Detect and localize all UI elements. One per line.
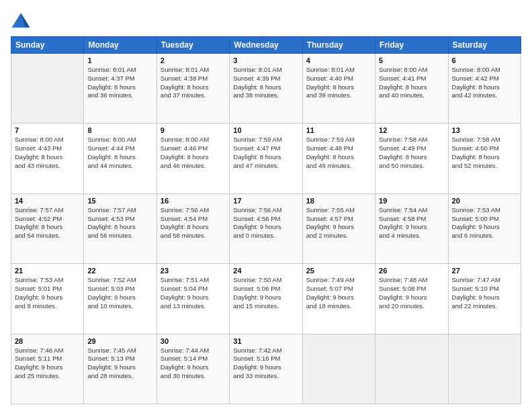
day-cell: 16Sunrise: 7:56 AMSunset: 4:54 PMDayligh… xyxy=(157,193,229,263)
day-cell: 6Sunrise: 8:00 AMSunset: 4:42 PMDaylight… xyxy=(448,54,521,124)
day-cell: 3Sunrise: 8:01 AMSunset: 4:39 PMDaylight… xyxy=(230,54,302,124)
day-info: Sunrise: 8:01 AMSunset: 4:39 PMDaylight:… xyxy=(233,66,298,100)
day-info: Sunrise: 7:56 AMSunset: 4:56 PMDaylight:… xyxy=(233,206,298,240)
day-number: 29 xyxy=(87,337,152,345)
day-number: 6 xyxy=(452,56,517,64)
day-cell: 4Sunrise: 8:01 AMSunset: 4:40 PMDaylight… xyxy=(302,54,375,124)
day-cell: 12Sunrise: 7:58 AMSunset: 4:49 PMDayligh… xyxy=(375,124,448,193)
day-number: 5 xyxy=(379,56,444,64)
day-number: 7 xyxy=(15,126,80,134)
header xyxy=(11,11,521,31)
day-info: Sunrise: 7:45 AMSunset: 5:13 PMDaylight:… xyxy=(87,347,152,381)
day-cell: 20Sunrise: 7:53 AMSunset: 5:00 PMDayligh… xyxy=(448,193,521,263)
day-number: 19 xyxy=(379,197,444,205)
day-info: Sunrise: 7:46 AMSunset: 5:11 PMDaylight:… xyxy=(15,347,80,381)
day-info: Sunrise: 8:00 AMSunset: 4:41 PMDaylight:… xyxy=(379,66,444,100)
day-cell: 28Sunrise: 7:46 AMSunset: 5:11 PMDayligh… xyxy=(11,334,84,404)
week-row-3: 14Sunrise: 7:57 AMSunset: 4:52 PMDayligh… xyxy=(11,193,521,263)
day-cell: 8Sunrise: 8:00 AMSunset: 4:44 PMDaylight… xyxy=(84,124,157,193)
day-header-sunday: Sunday xyxy=(11,37,84,54)
day-cell: 31Sunrise: 7:42 AMSunset: 5:16 PMDayligh… xyxy=(230,334,302,404)
day-cell: 7Sunrise: 8:00 AMSunset: 4:43 PMDaylight… xyxy=(11,124,84,193)
day-info: Sunrise: 7:48 AMSunset: 5:08 PMDaylight:… xyxy=(379,276,444,310)
day-number: 23 xyxy=(161,267,226,275)
day-cell: 24Sunrise: 7:50 AMSunset: 5:06 PMDayligh… xyxy=(230,264,302,334)
day-info: Sunrise: 7:44 AMSunset: 5:14 PMDaylight:… xyxy=(161,347,226,381)
day-number: 20 xyxy=(452,197,517,205)
logo-icon xyxy=(11,11,31,31)
day-info: Sunrise: 7:50 AMSunset: 5:06 PMDaylight:… xyxy=(233,276,298,310)
day-number: 2 xyxy=(161,56,226,64)
day-info: Sunrise: 8:00 AMSunset: 4:42 PMDaylight:… xyxy=(452,66,517,100)
week-row-1: 1Sunrise: 8:01 AMSunset: 4:37 PMDaylight… xyxy=(11,54,521,124)
day-number: 27 xyxy=(452,267,517,275)
day-info: Sunrise: 7:54 AMSunset: 4:58 PMDaylight:… xyxy=(379,206,444,240)
day-info: Sunrise: 7:57 AMSunset: 4:53 PMDaylight:… xyxy=(87,206,152,240)
day-info: Sunrise: 8:01 AMSunset: 4:38 PMDaylight:… xyxy=(161,66,226,100)
day-number: 21 xyxy=(15,267,80,275)
day-number: 4 xyxy=(306,56,371,64)
week-row-4: 21Sunrise: 7:53 AMSunset: 5:01 PMDayligh… xyxy=(11,264,521,334)
day-info: Sunrise: 7:58 AMSunset: 4:49 PMDaylight:… xyxy=(379,136,444,170)
day-header-thursday: Thursday xyxy=(302,37,375,54)
day-cell: 14Sunrise: 7:57 AMSunset: 4:52 PMDayligh… xyxy=(11,193,84,263)
day-cell: 25Sunrise: 7:49 AMSunset: 5:07 PMDayligh… xyxy=(302,264,375,334)
day-info: Sunrise: 8:00 AMSunset: 4:43 PMDaylight:… xyxy=(15,136,80,170)
day-number: 31 xyxy=(233,337,298,345)
day-cell: 10Sunrise: 7:59 AMSunset: 4:47 PMDayligh… xyxy=(230,124,302,193)
day-info: Sunrise: 7:59 AMSunset: 4:48 PMDaylight:… xyxy=(306,136,371,170)
day-number: 26 xyxy=(379,267,444,275)
day-number: 18 xyxy=(306,197,371,205)
day-number: 17 xyxy=(233,197,298,205)
day-info: Sunrise: 7:59 AMSunset: 4:47 PMDaylight:… xyxy=(233,136,298,170)
day-number: 3 xyxy=(233,56,298,64)
day-info: Sunrise: 7:56 AMSunset: 4:54 PMDaylight:… xyxy=(161,206,226,240)
day-cell: 15Sunrise: 7:57 AMSunset: 4:53 PMDayligh… xyxy=(84,193,157,263)
day-info: Sunrise: 7:49 AMSunset: 5:07 PMDaylight:… xyxy=(306,276,371,310)
day-number: 10 xyxy=(233,126,298,134)
day-number: 12 xyxy=(379,126,444,134)
day-number: 1 xyxy=(87,56,152,64)
day-cell: 19Sunrise: 7:54 AMSunset: 4:58 PMDayligh… xyxy=(375,193,448,263)
day-info: Sunrise: 8:00 AMSunset: 4:44 PMDaylight:… xyxy=(87,136,152,170)
day-number: 16 xyxy=(161,197,226,205)
day-cell: 30Sunrise: 7:44 AMSunset: 5:14 PMDayligh… xyxy=(157,334,229,404)
day-cell xyxy=(375,334,448,404)
day-header-monday: Monday xyxy=(84,37,157,54)
day-cell: 13Sunrise: 7:58 AMSunset: 4:50 PMDayligh… xyxy=(448,124,521,193)
day-header-saturday: Saturday xyxy=(448,37,521,54)
day-info: Sunrise: 7:52 AMSunset: 5:03 PMDaylight:… xyxy=(87,276,152,310)
day-header-wednesday: Wednesday xyxy=(230,37,302,54)
day-info: Sunrise: 7:57 AMSunset: 4:52 PMDaylight:… xyxy=(15,206,80,240)
day-info: Sunrise: 7:53 AMSunset: 5:00 PMDaylight:… xyxy=(452,206,517,240)
day-number: 8 xyxy=(87,126,152,134)
day-cell: 21Sunrise: 7:53 AMSunset: 5:01 PMDayligh… xyxy=(11,264,84,334)
day-info: Sunrise: 8:00 AMSunset: 4:46 PMDaylight:… xyxy=(161,136,226,170)
day-cell: 1Sunrise: 8:01 AMSunset: 4:37 PMDaylight… xyxy=(84,54,157,124)
day-number: 14 xyxy=(15,197,80,205)
day-info: Sunrise: 7:51 AMSunset: 5:04 PMDaylight:… xyxy=(161,276,226,310)
day-number: 28 xyxy=(15,337,80,345)
day-cell: 2Sunrise: 8:01 AMSunset: 4:38 PMDaylight… xyxy=(157,54,229,124)
day-cell: 17Sunrise: 7:56 AMSunset: 4:56 PMDayligh… xyxy=(230,193,302,263)
day-info: Sunrise: 8:01 AMSunset: 4:40 PMDaylight:… xyxy=(306,66,371,100)
day-header-tuesday: Tuesday xyxy=(157,37,229,54)
day-number: 15 xyxy=(87,197,152,205)
page: SundayMondayTuesdayWednesdayThursdayFrid… xyxy=(0,0,532,411)
day-cell: 27Sunrise: 7:47 AMSunset: 5:10 PMDayligh… xyxy=(448,264,521,334)
day-number: 22 xyxy=(87,267,152,275)
day-info: Sunrise: 7:47 AMSunset: 5:10 PMDaylight:… xyxy=(452,276,517,310)
day-info: Sunrise: 7:58 AMSunset: 4:50 PMDaylight:… xyxy=(452,136,517,170)
day-header-friday: Friday xyxy=(375,37,448,54)
day-cell: 18Sunrise: 7:55 AMSunset: 4:57 PMDayligh… xyxy=(302,193,375,263)
day-info: Sunrise: 7:42 AMSunset: 5:16 PMDaylight:… xyxy=(233,347,298,381)
calendar-table: SundayMondayTuesdayWednesdayThursdayFrid… xyxy=(11,36,521,404)
week-row-5: 28Sunrise: 7:46 AMSunset: 5:11 PMDayligh… xyxy=(11,334,521,404)
day-number: 25 xyxy=(306,267,371,275)
day-cell: 26Sunrise: 7:48 AMSunset: 5:08 PMDayligh… xyxy=(375,264,448,334)
day-number: 30 xyxy=(161,337,226,345)
day-cell xyxy=(11,54,84,124)
week-row-2: 7Sunrise: 8:00 AMSunset: 4:43 PMDaylight… xyxy=(11,124,521,193)
logo xyxy=(11,11,34,31)
day-cell xyxy=(302,334,375,404)
